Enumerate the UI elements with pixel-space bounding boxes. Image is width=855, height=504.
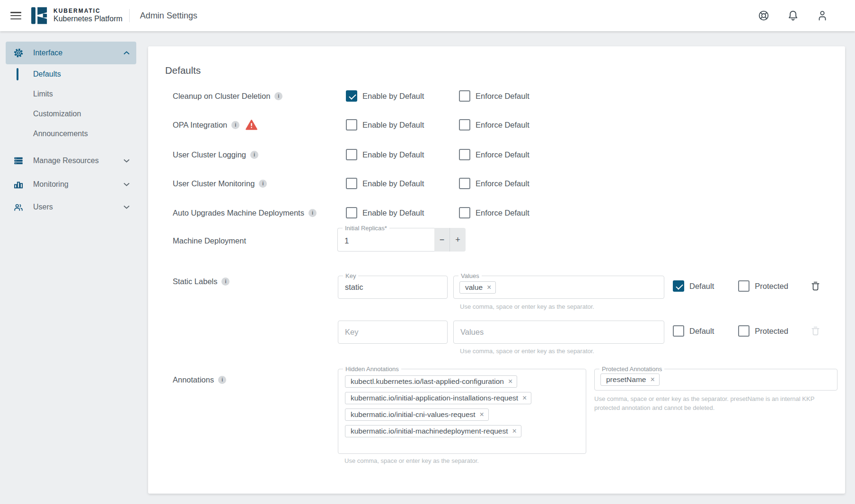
enforce-default-label[interactable]: Enforce Default [476,92,529,101]
chevron-up-icon [123,51,130,55]
enable-by-default-label[interactable]: Enable by Default [362,209,424,217]
chip-remove-icon[interactable]: × [650,376,654,383]
chip-remove-icon[interactable]: × [487,284,491,291]
chip-remove-icon[interactable]: × [508,378,512,385]
chip-label: kubermatic.io/initial-machinedeployment-… [351,427,508,435]
static-label-key-input[interactable] [338,276,447,298]
protected-label[interactable]: Protected [755,327,788,336]
initial-replicas-input[interactable] [338,228,434,251]
setting-label: OPA Integration i [173,120,346,130]
default-checkbox[interactable] [673,280,684,292]
user-icon[interactable] [816,9,829,22]
setting-row-monitoring: User Cluster Monitoring i Enable by Defa… [173,177,529,190]
hidden-annotations-field[interactable]: Hidden Annotations kubectl.kubernetes.io… [338,369,586,454]
enforce-default-label[interactable]: Enforce Default [476,150,529,159]
sidebar-item-label: Manage Resources [33,156,99,165]
setting-label-text: Cleanup on Cluster Deletion [173,92,270,101]
default-label[interactable]: Default [689,282,714,291]
setting-label-text: Machine Deployment [173,236,246,245]
sidebar-item-defaults[interactable]: Defaults [0,64,142,84]
default-label[interactable]: Default [689,327,714,336]
enable-by-default-label[interactable]: Enable by Default [362,92,424,101]
chip-label: value [465,283,483,292]
enforce-default-label[interactable]: Enforce Default [476,179,529,188]
sidebar-item-label: Interface [33,49,62,57]
enforce-default-label[interactable]: Enforce Default [476,209,529,217]
info-icon[interactable]: i [274,92,282,100]
info-icon[interactable]: i [259,180,267,188]
setting-label: Annotations i [173,375,346,384]
bar-chart-icon [13,179,24,190]
info-icon[interactable]: i [309,209,317,217]
static-label-values-field [453,321,664,344]
setting-label: Cleanup on Cluster Deletion i [173,92,346,101]
help-icon[interactable] [758,9,770,22]
static-label-options-row: Default Protected [673,280,821,292]
setting-label-text: User Cluster Logging [173,150,246,159]
setting-label: Static Labels i [173,277,346,286]
enable-by-default-checkbox[interactable] [346,178,357,189]
setting-label: Auto Upgrades Machine Deployments i [173,209,346,217]
enable-by-default-checkbox[interactable] [346,90,357,102]
enable-by-default-label[interactable]: Enable by Default [362,179,424,188]
protected-checkbox[interactable] [738,280,749,292]
protected-label[interactable]: Protected [755,282,788,291]
chip: kubermatic.io/initial-machinedeployment-… [345,425,521,437]
top-bar: KUBERMATIC Kubernetes Platform Admin Set… [0,0,855,31]
enforce-default-checkbox[interactable] [459,90,470,102]
protected-annotations-field[interactable]: Protected Annotations presetName× [594,369,837,391]
info-icon[interactable]: i [218,376,226,384]
brand: KUBERMATIC Kubernetes Platform [53,8,123,23]
info-icon[interactable]: i [250,151,258,159]
static-label-values-input[interactable] [454,321,664,343]
menu-icon[interactable] [10,12,21,19]
sidebar-item-limits[interactable]: Limits [0,84,142,104]
setting-label: Machine Deployment [173,236,346,245]
chip-remove-icon[interactable]: × [522,394,527,402]
setting-label-text: Static Labels [173,277,217,286]
enable-by-default-checkbox[interactable] [346,207,357,218]
warning-icon [246,120,257,130]
enable-by-default-label[interactable]: Enable by Default [362,121,424,130]
sidebar-item-label: Monitoring [33,180,69,189]
setting-label-text: Annotations [173,375,214,384]
static-label-key-input[interactable] [338,321,447,343]
initial-replicas-control: Initial Replicas* − + [337,228,466,252]
enable-by-default-checkbox[interactable] [346,119,357,130]
gear-icon [13,48,24,58]
protected-annotations-hint: Use comma, space or enter key as the sep… [594,395,821,413]
chip-label: kubermatic.io/initial-application-instal… [351,394,518,402]
info-icon[interactable]: i [221,278,229,286]
sidebar-item-users[interactable]: Users [6,196,136,218]
decrement-button[interactable]: − [434,228,450,252]
chip: kubectl.kubernetes.io/last-applied-confi… [345,375,517,388]
sidebar-item-interface[interactable]: Interface [6,42,136,64]
chip: value× [459,281,496,294]
enforce-default-checkbox[interactable] [459,207,470,218]
sidebar: Interface Defaults Limits Customization … [0,31,142,218]
sidebar-item-monitoring[interactable]: Monitoring [6,173,136,196]
enable-by-default-label[interactable]: Enable by Default [362,150,424,159]
setting-row-static-labels: Static Labels i [173,275,346,288]
enforce-default-checkbox[interactable] [459,178,470,189]
enforce-default-label[interactable]: Enforce Default [476,121,529,130]
enforce-default-checkbox[interactable] [459,149,470,160]
sidebar-subitem-label: Limits [33,90,53,98]
increment-button[interactable]: + [450,228,466,252]
delete-icon[interactable] [810,281,821,292]
enforce-default-checkbox[interactable] [459,119,470,130]
info-icon[interactable]: i [231,121,239,129]
chip-remove-icon[interactable]: × [480,411,484,418]
chip-remove-icon[interactable]: × [512,427,517,435]
setting-label-text: User Cluster Monitoring [173,179,255,188]
sidebar-item-manage-resources[interactable]: Manage Resources [6,149,136,172]
notifications-icon[interactable] [787,9,799,22]
sidebar-item-customization[interactable]: Customization [0,104,142,124]
sidebar-subitem-label: Defaults [33,70,61,78]
sidebar-item-announcements[interactable]: Announcements [0,124,142,144]
default-checkbox[interactable] [673,325,684,337]
enable-by-default-checkbox[interactable] [346,149,357,160]
sidebar-subitem-label: Announcements [33,130,88,138]
protected-checkbox[interactable] [738,325,749,337]
static-label-values-field[interactable]: Values value× [453,276,664,299]
